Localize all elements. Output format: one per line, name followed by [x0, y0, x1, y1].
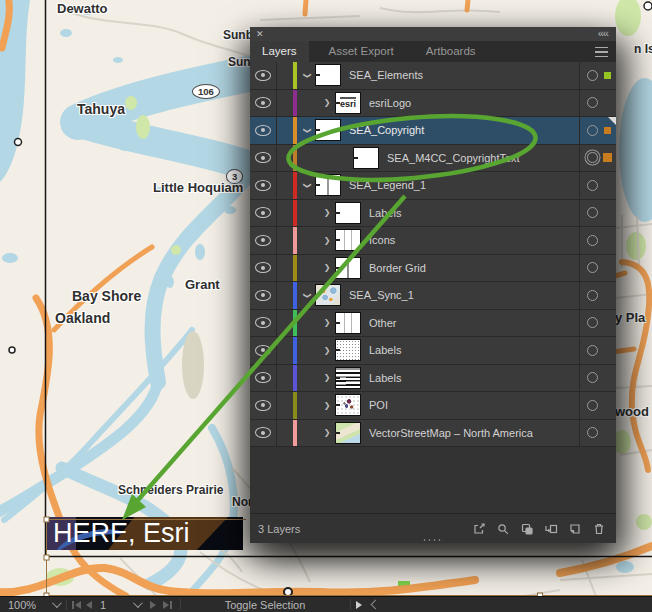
- layer-name[interactable]: Other: [369, 317, 579, 329]
- layer-thumbnail[interactable]: [335, 202, 361, 224]
- chevron-right-icon[interactable]: ❯: [321, 373, 333, 382]
- layer-thumbnail[interactable]: [353, 147, 379, 169]
- locate-object-icon[interactable]: [495, 521, 510, 536]
- layer-row[interactable]: ❯Labels: [250, 200, 616, 228]
- artboard-number-field[interactable]: 1: [100, 597, 106, 612]
- target-circle-icon[interactable]: [587, 97, 598, 108]
- copyright-text-object[interactable]: HERE, Esri: [46, 517, 243, 550]
- lock-toggle[interactable]: [277, 282, 293, 309]
- tab-artboards[interactable]: Artboards: [414, 41, 488, 62]
- target-circle-icon[interactable]: [587, 427, 598, 438]
- close-icon[interactable]: ✕: [256, 28, 264, 40]
- zoom-level[interactable]: 100%: [8, 597, 36, 612]
- visibility-toggle[interactable]: [250, 62, 277, 89]
- layer-name[interactable]: Labels: [369, 372, 579, 384]
- lock-toggle[interactable]: [277, 255, 293, 282]
- layer-row[interactable]: ❯SEA_Copyright: [250, 117, 616, 145]
- lock-toggle[interactable]: [277, 117, 293, 144]
- layer-name[interactable]: Labels: [369, 344, 579, 356]
- visibility-toggle[interactable]: [250, 337, 277, 364]
- visibility-toggle[interactable]: [250, 172, 277, 199]
- collapse-panel-icon[interactable]: ««: [598, 27, 608, 40]
- layer-row[interactable]: ❯SEA_Legend_1: [250, 172, 616, 200]
- target-circle-icon[interactable]: [587, 235, 598, 246]
- selection-color-swatch[interactable]: [603, 153, 612, 162]
- target-circle-icon[interactable]: [587, 262, 598, 273]
- layer-thumbnail[interactable]: [315, 284, 341, 306]
- new-sublayer-icon[interactable]: [543, 521, 558, 536]
- chevron-down-icon[interactable]: ❯: [303, 179, 312, 191]
- layer-thumbnail[interactable]: [315, 119, 341, 141]
- layer-row[interactable]: ❯Border Grid: [250, 255, 616, 283]
- chevron-right-icon[interactable]: ❯: [321, 98, 333, 107]
- layer-row[interactable]: ❯Other: [250, 310, 616, 338]
- target-circle-icon[interactable]: [587, 290, 598, 301]
- lock-toggle[interactable]: [277, 337, 293, 364]
- attribution-text[interactable]: HERE, Esri: [46, 517, 243, 549]
- layer-thumbnail[interactable]: [335, 229, 361, 251]
- selection-color-swatch[interactable]: [604, 127, 611, 134]
- illustrator-canvas[interactable]: DewattoSunbeSunsTahuyaLittle HoquiamGran…: [0, 0, 652, 612]
- chevron-right-icon[interactable]: ❯: [321, 263, 333, 272]
- target-circle-icon[interactable]: [587, 345, 598, 356]
- layer-name[interactable]: esriLogo: [369, 97, 579, 109]
- lock-toggle[interactable]: [277, 62, 293, 89]
- layer-thumbnail[interactable]: [335, 394, 361, 416]
- chevron-right-icon[interactable]: ❯: [321, 208, 333, 217]
- chevron-down-icon[interactable]: ❯: [303, 289, 312, 301]
- layer-row[interactable]: ❯SEA_M4CC_CopyrightText: [250, 145, 616, 173]
- layer-row[interactable]: ❯SEA_Sync_1: [250, 282, 616, 310]
- layer-name[interactable]: SEA_Copyright: [349, 124, 579, 136]
- layer-row[interactable]: ❯VectorStreetMap – North America: [250, 420, 616, 448]
- visibility-toggle[interactable]: [250, 392, 277, 419]
- layer-thumbnail[interactable]: esri: [335, 92, 361, 114]
- lock-toggle[interactable]: [277, 310, 293, 337]
- visibility-toggle[interactable]: [250, 255, 277, 282]
- lock-toggle[interactable]: [277, 172, 293, 199]
- layer-name[interactable]: Border Grid: [369, 262, 579, 274]
- layer-thumbnail[interactable]: [335, 367, 361, 389]
- selection-color-swatch[interactable]: [604, 72, 611, 79]
- layer-row[interactable]: ❯POI: [250, 392, 616, 420]
- zoom-dropdown-icon[interactable]: [52, 597, 59, 612]
- visibility-toggle[interactable]: [250, 420, 277, 447]
- target-circle-icon[interactable]: [587, 372, 598, 383]
- layer-thumbnail[interactable]: [335, 257, 361, 279]
- layers-panel[interactable]: ✕ «« Layers Asset Export Artboards ❯SEA_…: [250, 27, 616, 543]
- target-circle-icon[interactable]: [587, 125, 598, 136]
- layer-name[interactable]: Icons: [369, 234, 579, 246]
- tab-layers[interactable]: Layers: [250, 41, 309, 62]
- status-toggle-selection[interactable]: Toggle Selection: [182, 597, 348, 612]
- visibility-toggle[interactable]: [250, 117, 277, 144]
- layer-name[interactable]: POI: [369, 399, 579, 411]
- layer-name[interactable]: SEA_M4CC_CopyrightText: [387, 152, 579, 164]
- panel-resize-grip[interactable]: [422, 538, 444, 542]
- visibility-toggle[interactable]: [250, 145, 277, 172]
- collect-for-export-icon[interactable]: [471, 521, 486, 536]
- next-artboard-icon[interactable]: [150, 597, 156, 612]
- layer-thumbnail[interactable]: [335, 312, 361, 334]
- visibility-toggle[interactable]: [250, 282, 277, 309]
- chevron-right-icon[interactable]: ❯: [321, 401, 333, 410]
- status-back-icon[interactable]: [372, 597, 379, 612]
- layer-name[interactable]: VectorStreetMap – North America: [369, 427, 579, 439]
- target-circle-icon[interactable]: [587, 207, 598, 218]
- previous-artboard-icon[interactable]: [86, 597, 92, 612]
- visibility-toggle[interactable]: [250, 90, 277, 117]
- visibility-toggle[interactable]: [250, 227, 277, 254]
- target-circle-icon[interactable]: [587, 400, 598, 411]
- layer-name[interactable]: SEA_Elements: [349, 69, 579, 81]
- lock-toggle[interactable]: [277, 145, 293, 172]
- first-artboard-icon[interactable]: [72, 597, 81, 612]
- lock-toggle[interactable]: [277, 420, 293, 447]
- make-clipping-mask-icon[interactable]: [519, 521, 534, 536]
- layer-thumbnail[interactable]: [335, 339, 361, 361]
- status-play-icon[interactable]: [356, 597, 362, 612]
- delete-selection-icon[interactable]: [591, 521, 606, 536]
- chevron-down-icon[interactable]: ❯: [303, 69, 312, 81]
- layer-row[interactable]: ❯Labels: [250, 365, 616, 393]
- chevron-right-icon[interactable]: ❯: [321, 318, 333, 327]
- layer-row[interactable]: ❯Labels: [250, 337, 616, 365]
- target-circle-icon[interactable]: [587, 70, 598, 81]
- layer-row[interactable]: ❯SEA_Elements: [250, 62, 616, 90]
